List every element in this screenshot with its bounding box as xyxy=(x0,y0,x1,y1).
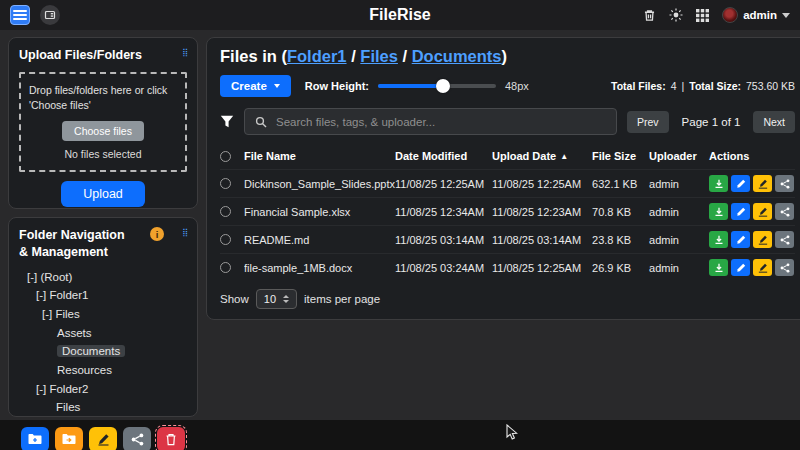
breadcrumb-documents[interactable]: Documents xyxy=(412,47,502,65)
download-button[interactable] xyxy=(709,259,728,276)
choose-files-button[interactable]: Choose files xyxy=(62,121,144,141)
sidebar-toggle-button[interactable] xyxy=(40,5,60,25)
search-box xyxy=(244,108,617,135)
info-icon[interactable]: i xyxy=(150,227,164,241)
page-body: Upload Files/Folders ⣿ Drop files/folder… xyxy=(0,30,800,420)
rename-button[interactable] xyxy=(753,203,772,220)
uploader: admin xyxy=(649,234,709,246)
table-header-row: File Name Date Modified Upload Date▲ Fil… xyxy=(220,144,795,169)
download-icon xyxy=(714,207,724,217)
rename-button[interactable] xyxy=(753,175,772,192)
date-modified: 11/08/25 03:24AM xyxy=(395,262,492,274)
download-button[interactable] xyxy=(709,175,728,192)
edit-button[interactable] xyxy=(731,203,750,220)
edit-button[interactable] xyxy=(731,175,750,192)
breadcrumb-files[interactable]: Files xyxy=(360,47,398,65)
file-name[interactable]: file-sample_1MB.docx xyxy=(244,262,395,274)
tree-item-folder2[interactable]: [-] Folder2 xyxy=(19,380,187,399)
upload-dropzone[interactable]: Drop files/folders here or click 'Choose… xyxy=(19,72,187,172)
create-folder-button[interactable] xyxy=(21,427,49,450)
file-name[interactable]: README.md xyxy=(244,234,395,246)
tree-item-folder1[interactable]: [-] Folder1 xyxy=(19,286,187,305)
breadcrumb-folder1[interactable]: Folder1 xyxy=(287,47,347,65)
filerise-app: FileRise admin Upload File xyxy=(0,0,800,450)
apps-grid-button[interactable] xyxy=(696,9,709,22)
row-height-slider[interactable] xyxy=(378,79,496,93)
upload-date: 11/08/25 03:14AM xyxy=(492,234,592,246)
share-icon xyxy=(780,235,790,245)
share-button[interactable] xyxy=(775,175,794,192)
file-name[interactable]: Financial Sample.xlsx xyxy=(244,206,395,218)
create-button[interactable]: Create xyxy=(220,75,291,97)
download-icon xyxy=(714,235,724,245)
dropzone-text: Drop files/folders here or click 'Choose… xyxy=(29,83,177,113)
file-size: 26.9 KB xyxy=(592,262,649,274)
uploader: admin xyxy=(649,262,709,274)
drag-handle-icon[interactable]: ⣿ xyxy=(182,227,187,237)
pencil-icon xyxy=(736,179,746,189)
rename-folder-button[interactable] xyxy=(89,427,117,450)
table-row[interactable]: Financial Sample.xlsx 11/08/25 12:34AM 1… xyxy=(220,197,795,225)
row-checkbox[interactable] xyxy=(220,234,231,245)
pencil-line-icon xyxy=(758,179,768,189)
filter-button[interactable] xyxy=(220,115,234,128)
download-button[interactable] xyxy=(709,203,728,220)
user-avatar xyxy=(722,7,738,23)
col-uploader[interactable]: Uploader xyxy=(649,150,709,162)
move-folder-button[interactable] xyxy=(55,427,83,450)
table-row[interactable]: file-sample_1MB.docx 11/08/25 03:24AM 11… xyxy=(220,253,795,281)
folder-tree: [-] (Root) [-] Folder1 [-] Files Assets … xyxy=(19,268,187,417)
tree-item-files[interactable]: [-] Files xyxy=(19,305,187,324)
download-button[interactable] xyxy=(709,231,728,248)
search-input[interactable] xyxy=(276,116,606,128)
uploader: admin xyxy=(649,206,709,218)
edit-button[interactable] xyxy=(731,231,750,248)
user-menu[interactable]: admin xyxy=(722,7,790,23)
upload-date: 11/08/25 12:25AM xyxy=(492,178,592,190)
slider-thumb[interactable] xyxy=(436,79,450,93)
tree-item-resources[interactable]: Resources xyxy=(19,361,187,380)
sort-ascending-icon: ▲ xyxy=(560,152,568,161)
share-button[interactable] xyxy=(775,203,794,220)
folder-actions xyxy=(19,427,187,450)
row-height-value: 48px xyxy=(505,80,529,92)
file-name[interactable]: Dickinson_Sample_Slides.pptx xyxy=(244,178,395,190)
page-indicator: Page 1 of 1 xyxy=(682,116,741,128)
share-folder-button[interactable] xyxy=(123,427,151,450)
table-row[interactable]: README.md 11/08/25 03:14AM 11/08/25 03:1… xyxy=(220,225,795,253)
edit-button[interactable] xyxy=(731,259,750,276)
folder-plus-icon xyxy=(28,433,42,445)
tree-item-root[interactable]: [-] (Root) xyxy=(19,268,187,287)
share-icon xyxy=(131,433,144,446)
prev-page-button[interactable]: Prev xyxy=(627,111,669,133)
apps-grid-icon xyxy=(696,9,709,22)
col-file-name[interactable]: File Name xyxy=(244,150,395,162)
theme-toggle-button[interactable] xyxy=(669,8,683,22)
rename-button[interactable] xyxy=(753,231,772,248)
col-upload-date[interactable]: Upload Date▲ xyxy=(492,150,592,162)
tree-item-folder2-files[interactable]: Files xyxy=(19,398,187,417)
row-checkbox[interactable] xyxy=(220,178,231,189)
delete-folder-button[interactable] xyxy=(157,427,185,450)
col-date-modified[interactable]: Date Modified xyxy=(395,150,492,162)
rename-button[interactable] xyxy=(753,259,772,276)
share-button[interactable] xyxy=(775,259,794,276)
tree-item-documents-selected[interactable]: Documents xyxy=(19,342,187,361)
drag-handle-icon[interactable]: ⣿ xyxy=(182,47,187,57)
pencil-icon xyxy=(736,263,746,273)
date-modified: 11/08/25 12:25AM xyxy=(395,178,492,190)
trash-view-button[interactable] xyxy=(643,9,656,22)
share-button[interactable] xyxy=(775,231,794,248)
upload-button[interactable]: Upload xyxy=(61,181,145,207)
filerise-logo-icon[interactable] xyxy=(10,5,30,25)
next-page-button[interactable]: Next xyxy=(753,111,795,133)
col-file-size[interactable]: File Size xyxy=(592,150,649,162)
caret-down-icon xyxy=(274,84,280,88)
per-page-row: Show 10 items per page xyxy=(220,289,795,309)
table-row[interactable]: Dickinson_Sample_Slides.pptx 11/08/25 12… xyxy=(220,169,795,197)
tree-item-assets[interactable]: Assets xyxy=(19,324,187,343)
row-checkbox[interactable] xyxy=(220,262,231,273)
row-checkbox[interactable] xyxy=(220,206,231,217)
items-per-page-select[interactable]: 10 xyxy=(256,289,297,309)
select-all-checkbox[interactable] xyxy=(220,151,231,162)
